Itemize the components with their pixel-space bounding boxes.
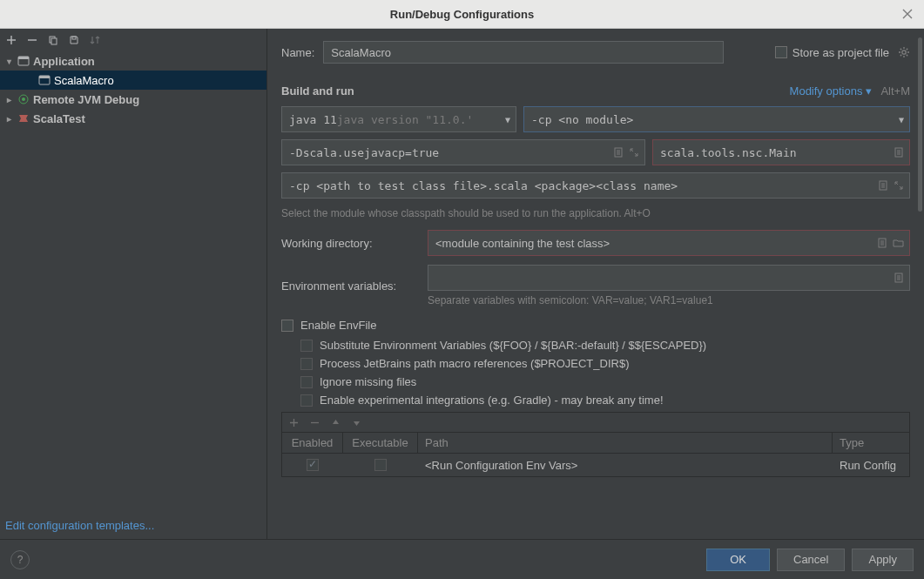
config-toolbar	[0, 29, 266, 51]
tree-label: Remote JVM Debug	[33, 93, 139, 106]
sidebar: ▾ Application ScalaMacro ▸ Remote JVM De…	[0, 29, 267, 539]
help-icon[interactable]: ?	[10, 550, 30, 569]
remove-icon[interactable]	[308, 416, 320, 428]
jdk-combo[interactable]: java 11 java version "11.0.' ▼	[281, 106, 516, 132]
env-vars-label: Environment variables:	[281, 279, 419, 293]
build-run-title: Build and run	[281, 84, 354, 98]
col-executable[interactable]: Executable	[343, 433, 418, 453]
enable-envfile-label: Enable EnvFile	[300, 319, 376, 332]
row-exec-checkbox[interactable]	[374, 459, 387, 471]
main-class-input[interactable]: scala.tools.nsc.Main	[652, 139, 910, 165]
application-icon	[17, 55, 30, 67]
expand-icon[interactable]	[894, 180, 904, 191]
folder-icon[interactable]	[893, 238, 904, 248]
env-vars-row: Environment variables: Separate variable…	[281, 265, 910, 306]
program-args-input[interactable]: -cp <path to test class file>.scala <pac…	[281, 172, 910, 199]
chevron-down-icon: ▾	[3, 57, 14, 66]
env-vars-input[interactable]	[428, 265, 910, 291]
history-icon[interactable]	[613, 147, 624, 158]
envfile-table: Enabled Executable Path Type <Run Config…	[281, 432, 910, 477]
modify-options-link[interactable]: Modify options ▾	[790, 84, 873, 98]
edit-templates-link[interactable]: Edit configuration templates...	[5, 519, 154, 532]
tree-node-scalatest[interactable]: ▸ ScalaTest	[0, 109, 266, 128]
chevron-right-icon: ▸	[3, 114, 14, 124]
remove-icon[interactable]	[26, 34, 38, 46]
process-macro-checkbox[interactable]	[300, 358, 313, 370]
content-panel: Name: Store as project file Build and ru…	[267, 29, 924, 539]
tree-label: Application	[33, 55, 95, 68]
add-icon[interactable]	[5, 34, 17, 46]
application-icon	[38, 74, 51, 86]
apply-button[interactable]: Apply	[852, 549, 914, 571]
store-as-project-label: Store as project file	[792, 46, 889, 59]
module-classpath-combo[interactable]: -cp <no module> ▼	[523, 106, 910, 132]
config-tree: ▾ Application ScalaMacro ▸ Remote JVM De…	[0, 51, 266, 512]
copy-icon[interactable]	[47, 34, 59, 46]
svg-rect-1	[51, 38, 57, 44]
env-vars-hint: Separate variables with semicolon: VAR=v…	[428, 294, 910, 306]
name-label: Name:	[281, 46, 314, 59]
store-as-project-checkbox[interactable]	[775, 46, 787, 58]
titlebar: Run/Debug Configurations	[0, 0, 924, 29]
process-macro-label: Process JetBrains path macro references …	[320, 357, 629, 370]
working-dir-input[interactable]: <module containing the test class>	[428, 230, 910, 256]
enable-envfile-checkbox[interactable]	[281, 320, 293, 332]
tree-node-application[interactable]: ▾ Application	[0, 51, 266, 71]
name-input[interactable]	[323, 41, 724, 64]
expand-icon[interactable]	[629, 147, 639, 158]
store-as-project-row: Store as project file	[775, 46, 910, 59]
experimental-checkbox[interactable]	[300, 394, 313, 407]
svg-rect-4	[18, 57, 29, 59]
row-enabled-checkbox[interactable]	[307, 459, 319, 471]
tree-node-scalamacro[interactable]: ScalaMacro	[0, 71, 266, 90]
ignore-missing-checkbox[interactable]	[300, 376, 313, 388]
ok-button[interactable]: OK	[706, 549, 770, 571]
chevron-down-icon: ▼	[505, 115, 510, 125]
ignore-missing-label: Ignore missing files	[320, 375, 416, 388]
add-icon[interactable]	[287, 416, 300, 428]
scrollbar[interactable]	[917, 29, 924, 539]
enable-envfile-row: Enable EnvFile	[281, 319, 910, 332]
edit-templates-link-row: Edit configuration templates...	[0, 512, 266, 539]
svg-rect-2	[72, 37, 76, 39]
close-icon[interactable]	[900, 6, 915, 22]
envfile-section: Enable EnvFile Substitute Environment Va…	[281, 319, 910, 477]
build-run-fields: java 11 java version "11.0.' ▼ -cp <no m…	[281, 106, 910, 219]
module-hint: Select the module whose classpath should…	[281, 207, 910, 219]
tree-node-remote-jvm[interactable]: ▸ Remote JVM Debug	[0, 90, 266, 109]
svg-point-9	[902, 50, 906, 54]
tree-label: ScalaTest	[33, 112, 85, 125]
svg-point-8	[22, 98, 25, 101]
history-icon[interactable]	[894, 147, 904, 158]
vm-options-input[interactable]: -Dscala.usejavacp=true	[281, 139, 645, 165]
history-icon[interactable]	[877, 238, 887, 248]
substitute-label: Substitute Environment Variables (${FOO}…	[320, 339, 706, 352]
window-title: Run/Debug Configurations	[390, 8, 534, 21]
scalatest-icon	[17, 112, 30, 125]
table-row[interactable]: <Run Configuration Env Vars> Run Config	[282, 454, 909, 476]
working-dir-row: Working directory: <module containing th…	[281, 230, 910, 256]
modify-shortcut: Alt+M	[880, 84, 910, 98]
history-icon[interactable]	[894, 273, 904, 283]
name-row: Name: Store as project file	[281, 41, 910, 64]
main-panel: ▾ Application ScalaMacro ▸ Remote JVM De…	[0, 29, 924, 539]
cancel-button[interactable]: Cancel	[777, 549, 845, 571]
chevron-down-icon: ▼	[899, 115, 904, 125]
working-dir-label: Working directory:	[281, 237, 419, 250]
gear-icon[interactable]	[898, 46, 910, 58]
history-icon[interactable]	[878, 180, 888, 191]
chevron-down-icon: ▾	[866, 84, 872, 98]
sort-icon[interactable]	[89, 34, 101, 46]
row-path: <Run Configuration Env Vars>	[418, 459, 833, 472]
save-icon[interactable]	[68, 34, 80, 46]
substitute-checkbox[interactable]	[300, 340, 313, 352]
col-type[interactable]: Type	[833, 433, 909, 453]
footer: ? OK Cancel Apply	[0, 539, 924, 579]
svg-rect-6	[39, 76, 50, 78]
down-icon[interactable]	[350, 416, 362, 428]
col-path[interactable]: Path	[418, 433, 833, 453]
up-icon[interactable]	[329, 416, 341, 428]
col-enabled[interactable]: Enabled	[282, 433, 343, 453]
chevron-right-icon: ▸	[3, 95, 14, 104]
envfile-table-header: Enabled Executable Path Type	[282, 433, 909, 454]
